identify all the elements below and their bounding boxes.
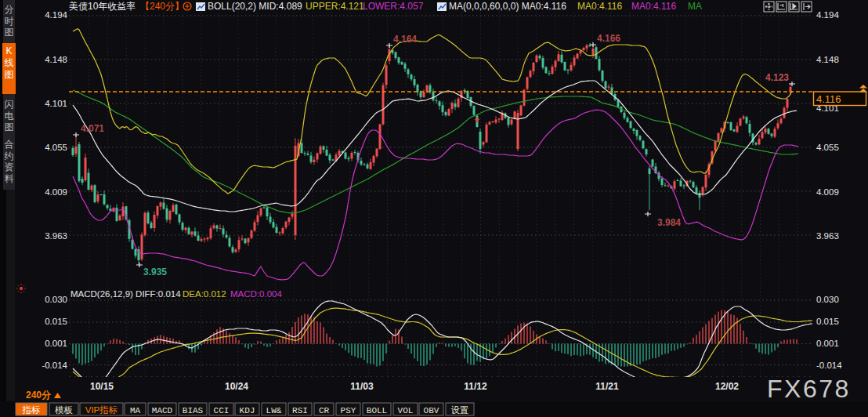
svg-text:4.009: 4.009 bbox=[816, 187, 839, 197]
svg-text:240分: 240分 bbox=[26, 390, 52, 401]
svg-text:BOLL(20,2) MID:4.089: BOLL(20,2) MID:4.089 bbox=[208, 1, 302, 12]
svg-text:OBV: OBV bbox=[424, 406, 439, 415]
svg-text:MA0:4.116: MA0:4.116 bbox=[631, 1, 676, 12]
svg-text:BIAS: BIAS bbox=[183, 406, 204, 415]
svg-text:10/15: 10/15 bbox=[90, 381, 114, 392]
svg-text:图: 图 bbox=[5, 27, 14, 38]
svg-text:K: K bbox=[5, 45, 12, 56]
svg-text:4.166: 4.166 bbox=[597, 33, 620, 44]
svg-text:-0.014: -0.014 bbox=[816, 361, 842, 370]
svg-text:4.101: 4.101 bbox=[45, 99, 67, 108]
svg-text:11/03: 11/03 bbox=[350, 381, 374, 392]
svg-text:分: 分 bbox=[5, 4, 14, 15]
svg-text:MACD: MACD bbox=[152, 406, 173, 415]
svg-text:4.148: 4.148 bbox=[816, 55, 839, 64]
svg-text:设置: 设置 bbox=[451, 405, 469, 415]
svg-text:美债10年收益率: 美债10年收益率 bbox=[69, 1, 136, 12]
svg-text:4.164: 4.164 bbox=[393, 34, 417, 45]
svg-text:DEA:0.012: DEA:0.012 bbox=[183, 289, 226, 299]
svg-text:LW&: LW& bbox=[266, 406, 282, 415]
svg-text:0.001: 0.001 bbox=[45, 339, 67, 348]
svg-text:资: 资 bbox=[5, 161, 14, 172]
svg-text:FX678: FX678 bbox=[767, 375, 851, 403]
svg-text:3.963: 3.963 bbox=[45, 231, 67, 241]
svg-text:3.984: 3.984 bbox=[657, 217, 681, 228]
svg-text:料: 料 bbox=[5, 173, 14, 184]
svg-text:线: 线 bbox=[5, 57, 14, 68]
svg-text:BOLL: BOLL bbox=[367, 406, 387, 415]
svg-text:模板: 模板 bbox=[55, 405, 73, 415]
svg-text:0.030: 0.030 bbox=[816, 295, 839, 304]
svg-text:CCI: CCI bbox=[214, 406, 230, 415]
svg-text:MA: MA bbox=[688, 1, 702, 12]
svg-text:时: 时 bbox=[5, 16, 14, 27]
svg-text:4.055: 4.055 bbox=[45, 143, 67, 152]
svg-text:10/24: 10/24 bbox=[225, 381, 248, 392]
svg-text:KDJ: KDJ bbox=[240, 406, 255, 415]
svg-text:0.015: 0.015 bbox=[45, 317, 67, 326]
svg-text:11/12: 11/12 bbox=[464, 381, 487, 392]
svg-text:VIP指标: VIP指标 bbox=[85, 405, 118, 415]
svg-text:UPPER:4.121: UPPER:4.121 bbox=[306, 1, 364, 12]
svg-text:4.123: 4.123 bbox=[765, 72, 789, 83]
svg-text:指标: 指标 bbox=[22, 405, 41, 415]
svg-text:3.963: 3.963 bbox=[816, 231, 839, 241]
svg-text:RSI: RSI bbox=[292, 406, 308, 415]
svg-text:【240分】: 【240分】 bbox=[140, 1, 184, 12]
svg-text:0.015: 0.015 bbox=[816, 317, 839, 326]
svg-text:电: 电 bbox=[5, 111, 14, 121]
svg-text:闪: 闪 bbox=[5, 99, 14, 110]
svg-text:图: 图 bbox=[5, 121, 14, 132]
svg-text:0.001: 0.001 bbox=[816, 339, 839, 348]
svg-text:4.194: 4.194 bbox=[816, 10, 839, 20]
svg-text:4.009: 4.009 bbox=[45, 187, 67, 197]
svg-text:11/21: 11/21 bbox=[595, 381, 619, 392]
svg-text:VOL: VOL bbox=[398, 406, 414, 415]
svg-text:CR: CR bbox=[319, 406, 330, 415]
svg-text:合: 合 bbox=[5, 139, 14, 150]
svg-text:4.116: 4.116 bbox=[816, 93, 841, 105]
svg-text:MA: MA bbox=[130, 406, 141, 415]
svg-text:4.148: 4.148 bbox=[45, 55, 67, 64]
svg-text:LOWER:4.057: LOWER:4.057 bbox=[363, 1, 424, 12]
svg-text:MA(0,0,0,60,0,0) MA0:4.116: MA(0,0,0,60,0,0) MA0:4.116 bbox=[449, 1, 566, 12]
svg-text:4.194: 4.194 bbox=[45, 10, 67, 20]
svg-text:3.935: 3.935 bbox=[143, 267, 167, 277]
svg-text:图: 图 bbox=[5, 69, 14, 80]
svg-text:MACD:0.004: MACD:0.004 bbox=[230, 289, 282, 299]
svg-text:MACD(26,12,9) DIFF:0.014: MACD(26,12,9) DIFF:0.014 bbox=[71, 289, 181, 299]
svg-text:MA0:4.116: MA0:4.116 bbox=[577, 1, 622, 12]
svg-text:12/02: 12/02 bbox=[715, 381, 739, 392]
svg-text:约: 约 bbox=[5, 150, 14, 161]
svg-text:0.030: 0.030 bbox=[45, 295, 67, 304]
svg-text:4.071: 4.071 bbox=[81, 123, 104, 134]
svg-text:-0.014: -0.014 bbox=[42, 361, 67, 370]
svg-text:PSY: PSY bbox=[341, 406, 356, 415]
svg-text:4.055: 4.055 bbox=[816, 143, 839, 152]
